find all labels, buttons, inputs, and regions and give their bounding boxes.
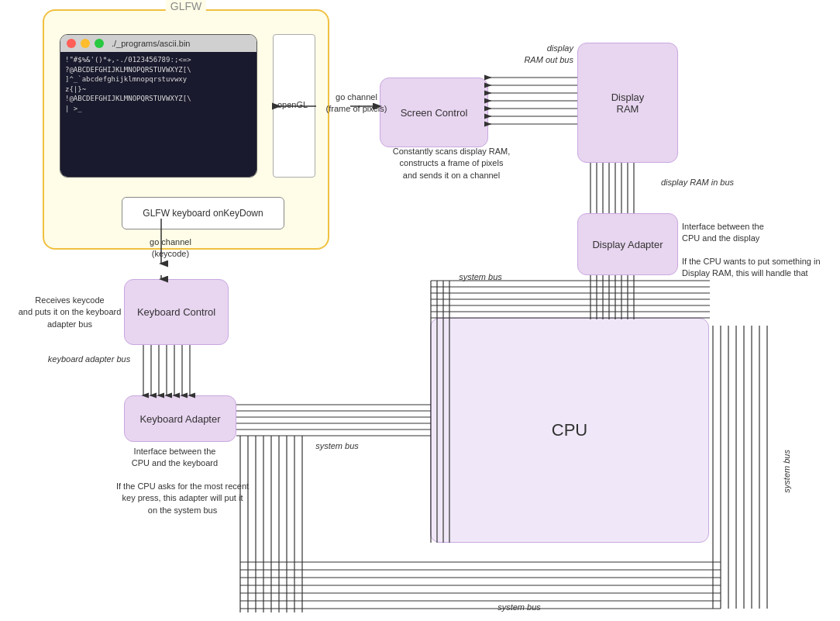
desc-display-adapter: Interface between theCPU and the display xyxy=(682,221,825,245)
terminal-window: ./_programs/ascii.bin !"#$%&'()*+,-./012… xyxy=(60,34,257,178)
screen-control-box: Screen Control xyxy=(380,78,488,147)
go-channel-frame-label: go channel(frame of pixels) xyxy=(322,91,391,116)
glfw-container: GLFW ./_programs/ascii.bin !"#$%&'()*+,-… xyxy=(43,9,329,250)
system-bus-top-label: system bus xyxy=(449,271,511,283)
display-ram-out-bus-label: displayRAM out bus xyxy=(500,43,573,67)
terminal-line: z{|}~ xyxy=(65,85,252,95)
terminal-line: | >_ xyxy=(65,104,252,114)
terminal-line: !@ABCDEFGHIJKLMNOPQRSTUVWXYZ[\ xyxy=(65,94,252,104)
glfw-keyboard-box: GLFW keyboard onKeyDown xyxy=(122,197,284,229)
display-ram-in-bus-label: display RAM in bus xyxy=(651,177,744,188)
keyboard-control-label: Keyboard Control xyxy=(137,306,215,318)
cpu-box: CPU xyxy=(430,318,709,543)
keyboard-adapter-box: Keyboard Adapter xyxy=(124,395,236,442)
opengl-label: openGL xyxy=(277,99,308,111)
desc-keyboard-control: Receives keycodeand puts it on the keybo… xyxy=(15,295,124,330)
desc-display-adapter2: If the CPU wants to put something inDisp… xyxy=(682,256,833,280)
close-icon xyxy=(67,39,76,48)
glfw-label: GLFW xyxy=(166,0,206,12)
keyboard-adapter-label: Keyboard Adapter xyxy=(139,413,220,425)
terminal-line: ?@ABCDEFGHIJKLMNOPQRSTUVWXYZ[\ xyxy=(65,65,252,75)
go-channel-keycode-label: go channel(keycode) xyxy=(132,236,209,260)
diagram: { "title": "Computer Architecture Diagra… xyxy=(0,0,840,621)
minimize-icon xyxy=(81,39,90,48)
terminal-line: !"#$%&'()*+,-./0123456789:;<=> xyxy=(65,55,252,65)
cpu-label: CPU xyxy=(552,420,587,440)
display-ram-label: DisplayRAM xyxy=(611,91,645,115)
display-ram-box: DisplayRAM xyxy=(577,43,678,163)
display-adapter-box: Display Adapter xyxy=(577,213,678,275)
glfw-keyboard-label: GLFW keyboard onKeyDown xyxy=(143,208,263,219)
screen-control-label: Screen Control xyxy=(401,107,468,119)
keyboard-control-box: Keyboard Control xyxy=(124,279,229,345)
display-adapter-label: Display Adapter xyxy=(592,239,663,250)
system-bus-right-label: system bus xyxy=(781,450,831,493)
system-bus-mid-label: system bus xyxy=(306,440,368,452)
terminal-path: ./_programs/ascii.bin xyxy=(112,39,191,48)
system-bus-bottom-label: system bus xyxy=(488,602,550,613)
keyboard-adapter-bus-label: keyboard adapter bus xyxy=(39,354,139,365)
terminal-line: ]^_`abcdefghijklmnopqrstuvwxy xyxy=(65,74,252,85)
terminal-titlebar: ./_programs/ascii.bin xyxy=(60,35,256,52)
terminal-body: !"#$%&'()*+,-./0123456789:;<=> ?@ABCDEFG… xyxy=(60,52,256,177)
desc-screen-control: Constantly scans display RAM,constructs … xyxy=(380,146,523,181)
desc-keyboard-adapter: Interface between theCPU and the keyboar… xyxy=(115,446,235,470)
maximize-icon xyxy=(95,39,104,48)
desc-keyboard-adapter2: If the CPU asks for the most recentkey p… xyxy=(115,481,250,516)
